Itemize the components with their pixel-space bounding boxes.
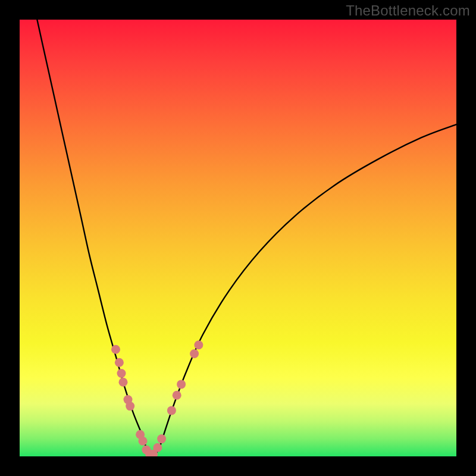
highlight-dot <box>173 391 181 400</box>
highlight-dot <box>167 406 176 415</box>
highlight-dot <box>157 434 166 443</box>
watermark-text: TheBottleneck.com <box>346 2 470 19</box>
highlight-dot <box>119 378 128 387</box>
chart-frame: TheBottleneck.com <box>0 0 476 476</box>
highlight-dot <box>153 443 162 452</box>
highlight-dot <box>126 402 134 411</box>
highlight-dot <box>194 340 203 349</box>
highlight-dot <box>177 380 186 389</box>
highlight-dot <box>117 369 126 378</box>
highlight-dot <box>111 345 120 354</box>
highlight-dot <box>190 349 199 358</box>
highlight-dot <box>139 437 148 446</box>
curve-layer <box>20 20 456 456</box>
highlight-dot <box>115 358 124 367</box>
highlight-dots <box>111 340 203 456</box>
bottleneck-curve <box>37 20 456 455</box>
plot-area <box>20 20 456 456</box>
